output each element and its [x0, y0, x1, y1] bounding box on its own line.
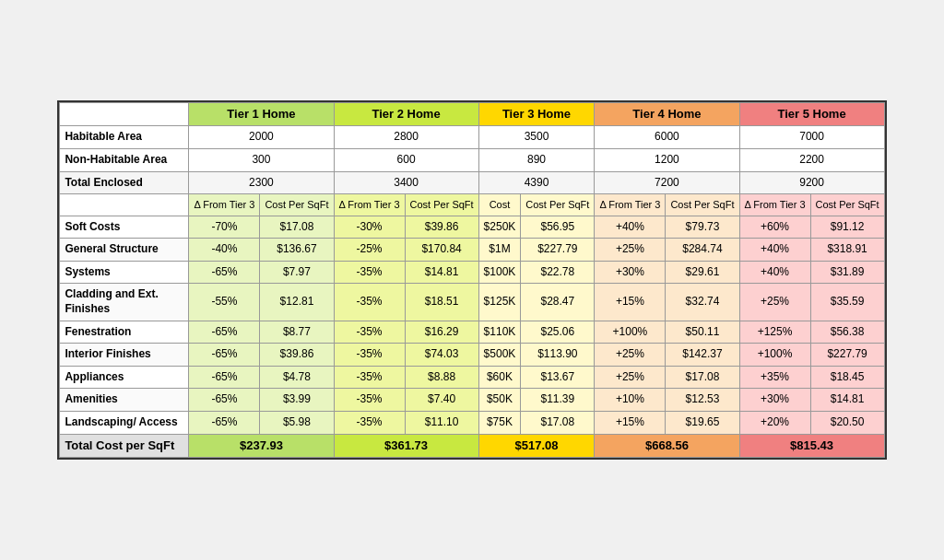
- row-6-t4-cost: $17.08: [666, 366, 739, 389]
- row-4-t4-delta: +100%: [595, 321, 666, 344]
- row-label-0: Soft Costs: [60, 216, 189, 239]
- row-4-t5-delta: +125%: [739, 321, 810, 344]
- data-row-7: Amenities-65%$3.99-35%$7.40$50K$11.39+10…: [60, 389, 884, 412]
- t4-cpsqft-header: Cost Per SqFt: [666, 194, 739, 216]
- row-5-t4-delta: +25%: [595, 344, 666, 367]
- tier1-header: Tier 1 Home: [189, 102, 334, 126]
- data-rows: Soft Costs-70%$17.08-30%$39.86$250K$56.9…: [60, 216, 884, 434]
- corner-cell: [60, 102, 189, 126]
- row-2-t2-cost: $14.81: [405, 261, 478, 284]
- row-label-8: Landscaping/ Access: [60, 411, 189, 434]
- main-table-wrapper: Tier 1 Home Tier 2 Home Tier 3 Home Tier…: [57, 100, 886, 461]
- tier-header-row: Tier 1 Home Tier 2 Home Tier 3 Home Tier…: [60, 102, 884, 126]
- non-habitable-t3: 890: [478, 149, 595, 172]
- row-7-t3-cost: $11.39: [521, 389, 595, 412]
- tier5-header: Tier 5 Home: [739, 102, 884, 126]
- grand-total-t4: $668.56: [595, 434, 739, 458]
- habitable-t5: 7000: [739, 126, 884, 149]
- row-1-t5-delta: +40%: [739, 239, 810, 262]
- data-row-6: Appliances-65%$4.78-35%$8.88$60K$13.67+2…: [60, 366, 884, 389]
- grand-total-t5: $815.43: [739, 434, 884, 458]
- t4-delta-header: Δ From Tier 3: [595, 194, 666, 216]
- data-row-2: Systems-65%$7.97-35%$14.81$100K$22.78+30…: [60, 261, 884, 284]
- row-3-t1-cost: $12.81: [260, 284, 334, 321]
- data-row-1: General Structure-40%$136.67-25%$170.84$…: [60, 239, 884, 262]
- data-row-3: Cladding and Ext. Finishes-55%$12.81-35%…: [60, 284, 884, 321]
- row-6-t1-cost: $4.78: [260, 366, 334, 389]
- non-habitable-area-row: Non-Habitable Area 300 600 890 1200 2200: [60, 149, 884, 172]
- row-3-t2-cost: $18.51: [405, 284, 478, 321]
- total-enclosed-t4: 7200: [595, 171, 739, 194]
- row-2-t5-cost: $31.89: [810, 261, 884, 284]
- habitable-label: Habitable Area: [60, 126, 189, 149]
- row-3-t3-cost: $28.47: [521, 284, 595, 321]
- habitable-t3: 3500: [478, 126, 595, 149]
- row-0-t3-val: $250K: [478, 216, 521, 239]
- row-1-t5-cost: $318.91: [810, 239, 884, 262]
- row-1-t2-delta: -25%: [334, 239, 405, 262]
- row-6-t1-delta: -65%: [189, 366, 260, 389]
- row-8-t4-cost: $19.65: [666, 411, 739, 434]
- total-enclosed-row: Total Enclosed 2300 3400 4390 7200 9200: [60, 171, 884, 194]
- row-6-t2-delta: -35%: [334, 366, 405, 389]
- total-enclosed-label: Total Enclosed: [60, 171, 189, 194]
- row-2-t1-cost: $7.97: [260, 261, 334, 284]
- row-8-t3-val: $75K: [478, 411, 521, 434]
- row-7-t1-cost: $3.99: [260, 389, 334, 412]
- t3-cpsqft-header: Cost Per SqFt: [521, 194, 595, 216]
- row-7-t4-delta: +10%: [595, 389, 666, 412]
- habitable-t1: 2000: [189, 126, 334, 149]
- data-row-8: Landscaping/ Access-65%$5.98-35%$11.10$7…: [60, 411, 884, 434]
- row-5-t5-delta: +100%: [739, 344, 810, 367]
- row-3-t4-cost: $32.74: [666, 284, 739, 321]
- row-label-3: Cladding and Ext. Finishes: [60, 284, 189, 321]
- row-6-t4-delta: +25%: [595, 366, 666, 389]
- row-3-t3-val: $125K: [478, 284, 521, 321]
- subheader-empty: [60, 194, 189, 216]
- row-5-t1-delta: -65%: [189, 344, 260, 367]
- row-8-t2-delta: -35%: [334, 411, 405, 434]
- row-3-t5-delta: +25%: [739, 284, 810, 321]
- row-8-t1-delta: -65%: [189, 411, 260, 434]
- row-8-t4-delta: +15%: [595, 411, 666, 434]
- data-row-4: Fenestration-65%$8.77-35%$16.29$110K$25.…: [60, 321, 884, 344]
- total-enclosed-t3: 4390: [478, 171, 595, 194]
- row-8-t5-delta: +20%: [739, 411, 810, 434]
- total-enclosed-t5: 9200: [739, 171, 884, 194]
- row-1-t1-cost: $136.67: [260, 239, 334, 262]
- row-0-t4-delta: +40%: [595, 216, 666, 239]
- row-0-t5-cost: $91.12: [810, 216, 884, 239]
- row-8-t1-cost: $5.98: [260, 411, 334, 434]
- t2-cpsqft-header: Cost Per SqFt: [405, 194, 478, 216]
- row-6-t3-val: $60K: [478, 366, 521, 389]
- row-7-t5-delta: +30%: [739, 389, 810, 412]
- habitable-t4: 6000: [595, 126, 739, 149]
- row-4-t5-cost: $56.38: [810, 321, 884, 344]
- row-1-t3-cost: $227.79: [521, 239, 595, 262]
- non-habitable-t1: 300: [189, 149, 334, 172]
- grand-total-t3: $517.08: [478, 434, 595, 458]
- row-4-t1-delta: -65%: [189, 321, 260, 344]
- t1-delta-header: Δ From Tier 3: [189, 194, 260, 216]
- row-5-t2-delta: -35%: [334, 344, 405, 367]
- row-1-t1-delta: -40%: [189, 239, 260, 262]
- row-0-t4-cost: $79.73: [666, 216, 739, 239]
- data-row-0: Soft Costs-70%$17.08-30%$39.86$250K$56.9…: [60, 216, 884, 239]
- row-4-t1-cost: $8.77: [260, 321, 334, 344]
- row-label-1: General Structure: [60, 239, 189, 262]
- row-5-t2-cost: $74.03: [405, 344, 478, 367]
- row-2-t4-delta: +30%: [595, 261, 666, 284]
- row-3-t5-cost: $35.59: [810, 284, 884, 321]
- row-8-t5-cost: $20.50: [810, 411, 884, 434]
- tier2-header: Tier 2 Home: [334, 102, 478, 126]
- non-habitable-t4: 1200: [595, 149, 739, 172]
- row-label-5: Interior Finishes: [60, 344, 189, 367]
- row-1-t4-cost: $284.74: [666, 239, 739, 262]
- total-enclosed-t2: 3400: [334, 171, 478, 194]
- row-5-t1-cost: $39.86: [260, 344, 334, 367]
- t3-cost-header: Cost: [478, 194, 521, 216]
- row-4-t3-cost: $25.06: [521, 321, 595, 344]
- row-0-t2-delta: -30%: [334, 216, 405, 239]
- row-6-t5-delta: +35%: [739, 366, 810, 389]
- grand-total-t1: $237.93: [189, 434, 334, 458]
